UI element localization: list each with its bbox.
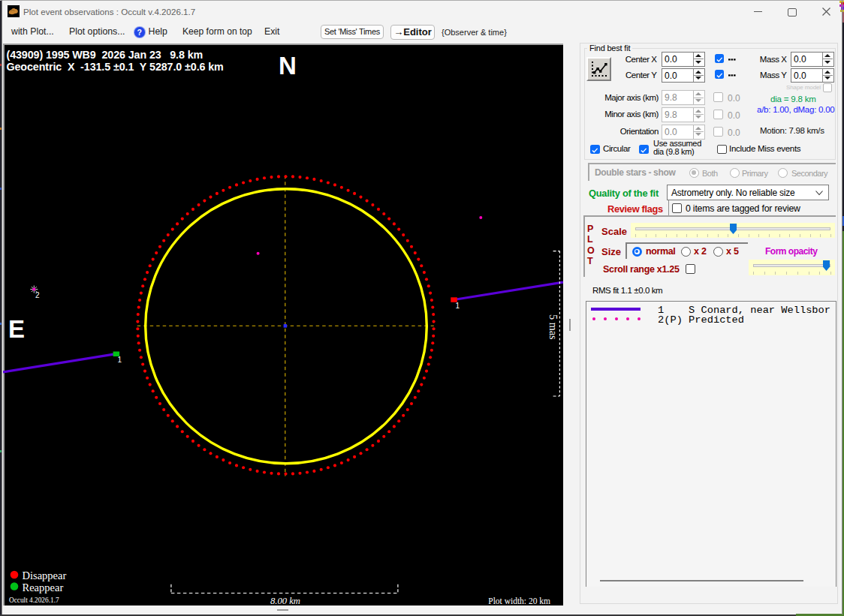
svg-text:Disappear: Disappear	[23, 569, 67, 581]
svg-text:8.00 km: 8.00 km	[270, 596, 300, 606]
svg-text:1: 1	[118, 356, 122, 364]
svg-text:Plot width: 20 km: Plot width: 20 km	[488, 596, 550, 605]
svg-text:2: 2	[35, 291, 40, 299]
svg-text:E: E	[8, 315, 25, 343]
svg-text:5 mas: 5 mas	[547, 314, 559, 340]
svg-text:(43909) 1995 WB9 2026 Jan 23: (43909) 1995 WB9 2026 Jan 23 9.8 km	[7, 49, 203, 61]
svg-text:Reappear: Reappear	[23, 581, 64, 593]
svg-text:Geocentric X -131.5 ±0.1 Y: Geocentric X -131.5 ±0.1 Y 5287.0 ±0.6 k…	[7, 61, 224, 73]
svg-text:Occult 4.2026.1.7: Occult 4.2026.1.7	[9, 596, 59, 604]
svg-text:1: 1	[456, 302, 460, 310]
svg-text:N: N	[279, 52, 297, 80]
